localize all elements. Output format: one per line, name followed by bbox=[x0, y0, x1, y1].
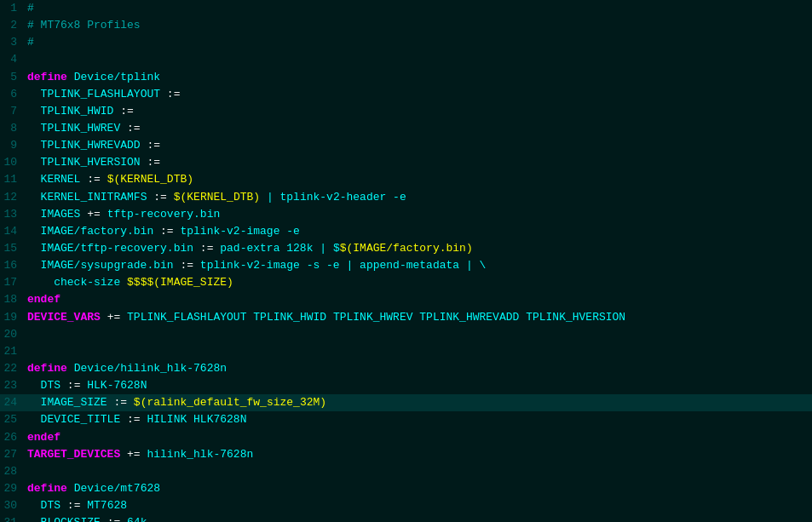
table-row: 3# bbox=[0, 34, 812, 51]
table-row: 10 TPLINK_HVERSION := bbox=[0, 154, 812, 171]
line-content: BLOCKSIZE := 64k bbox=[24, 514, 147, 522]
line-number: 16 bbox=[0, 257, 24, 274]
line-content: IMAGE/factory.bin := tplink-v2-image -e bbox=[24, 223, 300, 240]
line-number: 20 bbox=[0, 326, 24, 343]
line-content: # MT76x8 Profiles bbox=[24, 17, 141, 34]
line-number: 19 bbox=[0, 309, 24, 326]
line-content: TPLINK_HWREV := bbox=[24, 120, 141, 137]
line-content: IMAGE_SIZE := $(ralink_default_fw_size_3… bbox=[24, 394, 326, 411]
line-content: TARGET_DEVICES += hilink_hlk-7628n bbox=[24, 446, 253, 463]
table-row: 23 DTS := HLK-7628N bbox=[0, 377, 812, 394]
line-number: 11 bbox=[0, 171, 24, 188]
line-number: 21 bbox=[0, 343, 24, 360]
line-content: endef bbox=[24, 291, 60, 308]
line-number: 24 bbox=[0, 394, 24, 411]
table-row: 1# bbox=[0, 0, 812, 17]
table-row: 2# MT76x8 Profiles bbox=[0, 17, 812, 34]
table-row: 7 TPLINK_HWID := bbox=[0, 103, 812, 120]
line-content: DEVICE_TITLE := HILINK HLK7628N bbox=[24, 411, 246, 428]
line-number: 26 bbox=[0, 429, 24, 446]
line-content: define Device/mt7628 bbox=[24, 480, 160, 497]
table-row: 14 IMAGE/factory.bin := tplink-v2-image … bbox=[0, 223, 812, 240]
line-number: 17 bbox=[0, 274, 24, 291]
line-content: DEVICE_VARS += TPLINK_FLASHLAYOUT TPLINK… bbox=[24, 309, 625, 326]
table-row: 27TARGET_DEVICES += hilink_hlk-7628n bbox=[0, 446, 812, 463]
line-content: KERNEL := $(KERNEL_DTB) bbox=[24, 171, 193, 188]
line-number: 12 bbox=[0, 189, 24, 206]
line-number: 28 bbox=[0, 463, 24, 480]
line-number: 6 bbox=[0, 86, 24, 103]
line-content: TPLINK_HWREVADD := bbox=[24, 137, 160, 154]
line-number: 3 bbox=[0, 34, 24, 51]
table-row: 9 TPLINK_HWREVADD := bbox=[0, 137, 812, 154]
line-content: IMAGE/tftp-recovery.bin := pad-extra 128… bbox=[24, 240, 473, 257]
line-content bbox=[24, 463, 34, 480]
table-row: 5define Device/tplink bbox=[0, 69, 812, 86]
table-row: 16 IMAGE/sysupgrade.bin := tplink-v2-ima… bbox=[0, 257, 812, 274]
line-content bbox=[24, 343, 34, 360]
table-row: 31 BLOCKSIZE := 64k bbox=[0, 514, 812, 522]
table-row: 8 TPLINK_HWREV := bbox=[0, 120, 812, 137]
line-content: KERNEL_INITRAMFS := $(KERNEL_DTB) | tpli… bbox=[24, 189, 406, 206]
line-content: DTS := MT7628 bbox=[24, 497, 127, 514]
line-number: 18 bbox=[0, 291, 24, 308]
line-number: 9 bbox=[0, 137, 24, 154]
line-number: 10 bbox=[0, 154, 24, 171]
line-content: # bbox=[24, 34, 34, 51]
line-content bbox=[24, 326, 34, 343]
table-row: 15 IMAGE/tftp-recovery.bin := pad-extra … bbox=[0, 240, 812, 257]
table-row: 18endef bbox=[0, 291, 812, 308]
line-number: 13 bbox=[0, 206, 24, 223]
line-content: check-size $$$$(IMAGE_SIZE) bbox=[24, 274, 233, 291]
table-row: 30 DTS := MT7628 bbox=[0, 497, 812, 514]
line-number: 5 bbox=[0, 69, 24, 86]
line-content: endef bbox=[24, 429, 60, 446]
line-number: 4 bbox=[0, 51, 24, 68]
table-row: 29define Device/mt7628 bbox=[0, 480, 812, 497]
line-content bbox=[24, 51, 34, 68]
line-number: 14 bbox=[0, 223, 24, 240]
line-content: TPLINK_HVERSION := bbox=[24, 154, 160, 171]
code-editor: 1#2# MT76x8 Profiles3#4 5define Device/t… bbox=[0, 0, 812, 522]
table-row: 19DEVICE_VARS += TPLINK_FLASHLAYOUT TPLI… bbox=[0, 309, 812, 326]
table-row: 6 TPLINK_FLASHLAYOUT := bbox=[0, 86, 812, 103]
line-number: 25 bbox=[0, 411, 24, 428]
line-content: IMAGE/sysupgrade.bin := tplink-v2-image … bbox=[24, 257, 486, 274]
line-number: 29 bbox=[0, 480, 24, 497]
line-content: DTS := HLK-7628N bbox=[24, 377, 147, 394]
line-number: 22 bbox=[0, 360, 24, 377]
line-number: 31 bbox=[0, 514, 24, 522]
line-number: 2 bbox=[0, 17, 24, 34]
table-row: 4 bbox=[0, 51, 812, 68]
table-row: 28 bbox=[0, 463, 812, 480]
line-number: 27 bbox=[0, 446, 24, 463]
table-row: 20 bbox=[0, 326, 812, 343]
line-content: define Device/tplink bbox=[24, 69, 160, 86]
table-row: 22define Device/hilink_hlk-7628n bbox=[0, 360, 812, 377]
line-number: 30 bbox=[0, 497, 24, 514]
table-row: 12 KERNEL_INITRAMFS := $(KERNEL_DTB) | t… bbox=[0, 189, 812, 206]
line-number: 23 bbox=[0, 377, 24, 394]
table-row: 11 KERNEL := $(KERNEL_DTB) bbox=[0, 171, 812, 188]
line-content: TPLINK_HWID := bbox=[24, 103, 134, 120]
table-row: 21 bbox=[0, 343, 812, 360]
line-number: 7 bbox=[0, 103, 24, 120]
table-row: 26endef bbox=[0, 429, 812, 446]
line-content: IMAGES += tftp-recovery.bin bbox=[24, 206, 220, 223]
line-number: 15 bbox=[0, 240, 24, 257]
table-row: 13 IMAGES += tftp-recovery.bin bbox=[0, 206, 812, 223]
line-content: # bbox=[24, 0, 34, 17]
table-row: 25 DEVICE_TITLE := HILINK HLK7628N bbox=[0, 411, 812, 428]
line-number: 1 bbox=[0, 0, 24, 17]
line-number: 8 bbox=[0, 120, 24, 137]
table-row: 17 check-size $$$$(IMAGE_SIZE) bbox=[0, 274, 812, 291]
line-content: define Device/hilink_hlk-7628n bbox=[24, 360, 227, 377]
table-row: 24 IMAGE_SIZE := $(ralink_default_fw_siz… bbox=[0, 394, 812, 411]
line-content: TPLINK_FLASHLAYOUT := bbox=[24, 86, 180, 103]
